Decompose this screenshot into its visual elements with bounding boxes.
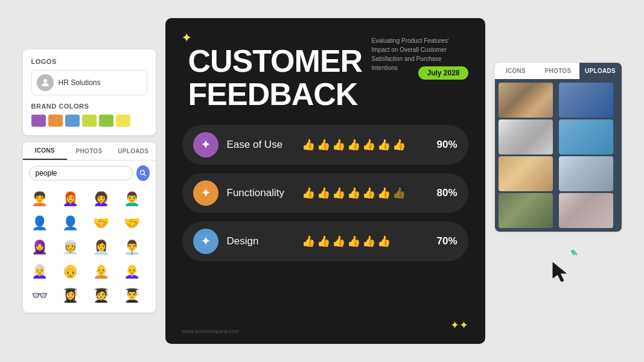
list-item[interactable]: 👓 bbox=[29, 285, 51, 306]
photos-tab-photos[interactable]: PHOTOS bbox=[537, 63, 579, 79]
list-item[interactable]: 👨‍🎓 bbox=[121, 285, 143, 306]
photo-cell[interactable] bbox=[499, 156, 553, 191]
list-item[interactable]: 👩‍🦳 bbox=[29, 261, 51, 282]
presentation-slide: ✦ Evaluating Product Features' Impact on… bbox=[165, 18, 485, 344]
list-item[interactable]: 🧑‍🦱 bbox=[29, 188, 51, 210]
brand-colors-label: BRAND COLORS bbox=[31, 103, 147, 110]
photos-card: ICONS PHOTOS UPLOADS bbox=[495, 63, 622, 232]
company-name: HR Solutions bbox=[59, 78, 101, 87]
sparkle-bottom-icon: ✦✦ bbox=[450, 319, 468, 332]
svg-line-2 bbox=[144, 174, 145, 176]
photo-cell[interactable] bbox=[559, 156, 613, 191]
icon-grid: 🧑‍🦱 👩‍🦰 👩‍🦱 👨‍🦱 👤 👤 🤝 🤝 🧕 👳 👩‍💼 👨‍💼 👩‍🦳 … bbox=[23, 186, 156, 313]
list-item[interactable]: 🤝 bbox=[121, 212, 143, 234]
thumb-icon: 👍 bbox=[317, 186, 330, 200]
photo-cell[interactable] bbox=[559, 83, 613, 118]
search-input[interactable] bbox=[29, 166, 133, 180]
slide-title-line2: FEEDBACK bbox=[188, 78, 468, 111]
thumb-icon: 👍 bbox=[317, 235, 330, 248]
swatch-3[interactable] bbox=[65, 115, 80, 127]
thumb-icon: 👍 bbox=[302, 138, 315, 151]
thumb-icon: 👍 bbox=[347, 186, 360, 200]
thumb-icon: 👍 bbox=[347, 138, 360, 151]
swatch-4[interactable] bbox=[82, 115, 97, 127]
thumb-icon: 👍 bbox=[302, 186, 315, 200]
list-item[interactable]: 👤 bbox=[29, 212, 51, 234]
list-item[interactable]: 👳 bbox=[60, 237, 81, 258]
list-item[interactable]: 👴 bbox=[60, 261, 81, 282]
thumb-icon: 👍 bbox=[377, 235, 391, 248]
tab-icons[interactable]: ICONS bbox=[23, 142, 67, 160]
feedback-row-design: ✦ Design 👍 👍 👍 👍 👍 👍 70% bbox=[182, 221, 468, 261]
row-label-ease: Ease of Use bbox=[227, 139, 293, 151]
feedback-row-ease: ✦ Ease of Use 👍 👍 👍 👍 👍 👍 👍 90% bbox=[182, 125, 468, 165]
left-panel: LOGOS HR Solutions BRAND COLORS ICONS PH… bbox=[23, 49, 156, 313]
photo-cell[interactable] bbox=[499, 83, 553, 118]
thumb-icon: 👍 bbox=[332, 186, 345, 200]
svg-point-1 bbox=[140, 171, 144, 175]
thumbs-design: 👍 👍 👍 👍 👍 👍 bbox=[302, 235, 422, 248]
list-item[interactable]: 🤝 bbox=[91, 212, 112, 234]
cursor-sparkle-icon bbox=[560, 250, 578, 270]
tab-uploads[interactable]: UPLOADS bbox=[111, 142, 155, 160]
list-item[interactable]: 👩‍🦲 bbox=[121, 261, 143, 282]
list-item[interactable]: 👩‍💼 bbox=[91, 237, 112, 258]
swatch-2[interactable] bbox=[48, 115, 63, 127]
row-label-design: Design bbox=[227, 235, 293, 247]
thumb-icon: 👍 bbox=[392, 138, 406, 151]
thumb-icon: 👍 bbox=[392, 186, 406, 200]
list-item[interactable]: 👩‍🦰 bbox=[60, 188, 81, 210]
photo-cell[interactable] bbox=[499, 119, 553, 154]
row-pct-design: 70% bbox=[431, 235, 457, 247]
thumbs-ease: 👍 👍 👍 👍 👍 👍 👍 bbox=[302, 138, 422, 151]
list-item[interactable]: 👩‍🎓 bbox=[60, 285, 81, 306]
logos-label: LOGOS bbox=[31, 58, 147, 65]
search-row bbox=[23, 160, 156, 186]
row-icon-design: ✦ bbox=[193, 229, 218, 254]
thumb-icon: 👍 bbox=[377, 138, 391, 151]
row-pct-functionality: 80% bbox=[431, 187, 457, 199]
slide-footer: www.yourcompany.com bbox=[182, 328, 239, 334]
thumb-icon: 👍 bbox=[332, 235, 345, 248]
photos-tab-uploads[interactable]: UPLOADS bbox=[579, 63, 622, 79]
list-item[interactable]: 🧑‍🎓 bbox=[91, 285, 112, 306]
date-badge: July 2028 bbox=[418, 66, 468, 80]
icons-card: ICONS PHOTOS UPLOADS 🧑‍🦱 👩‍🦰 👩‍🦱 👨‍🦱 👤 👤… bbox=[23, 142, 156, 313]
brand-card: LOGOS HR Solutions BRAND COLORS bbox=[23, 49, 156, 135]
swatch-6[interactable] bbox=[116, 115, 130, 127]
logo-avatar bbox=[37, 74, 54, 91]
photo-cell[interactable] bbox=[499, 193, 553, 228]
photos-grid bbox=[495, 79, 622, 232]
photos-tabs: ICONS PHOTOS UPLOADS bbox=[495, 63, 622, 79]
feedback-row-functionality: ✦ Functionality 👍 👍 👍 👍 👍 👍 👍 80% bbox=[182, 173, 468, 213]
thumb-icon: 👍 bbox=[317, 138, 330, 151]
photo-cell[interactable] bbox=[559, 193, 613, 228]
thumb-icon: 👍 bbox=[362, 235, 375, 248]
tab-photos[interactable]: PHOTOS bbox=[67, 142, 111, 160]
list-item[interactable]: 🧕 bbox=[29, 237, 51, 258]
row-pct-ease: 90% bbox=[431, 139, 457, 151]
thumb-icon: 👍 bbox=[362, 138, 375, 151]
icons-tabs: ICONS PHOTOS UPLOADS bbox=[23, 142, 156, 160]
thumb-icon: 👍 bbox=[377, 186, 391, 200]
list-item[interactable]: 👤 bbox=[60, 212, 81, 234]
cursor-area bbox=[495, 239, 622, 299]
photos-tab-icons[interactable]: ICONS bbox=[495, 63, 537, 79]
thumb-icon: 👍 bbox=[302, 235, 315, 248]
photo-cell[interactable] bbox=[559, 119, 613, 154]
list-item[interactable]: 🧑‍🦲 bbox=[91, 261, 112, 282]
right-panel: ICONS PHOTOS UPLOADS bbox=[495, 63, 622, 299]
thumb-icon: 👍 bbox=[332, 138, 345, 151]
thumb-icon: 👍 bbox=[347, 235, 360, 248]
row-icon-functionality: ✦ bbox=[193, 180, 218, 206]
row-label-functionality: Functionality bbox=[227, 187, 293, 199]
search-button[interactable] bbox=[136, 165, 150, 181]
list-item[interactable]: 👨‍💼 bbox=[121, 237, 143, 258]
list-item[interactable]: 👩‍🦱 bbox=[91, 188, 112, 210]
thumbs-functionality: 👍 👍 👍 👍 👍 👍 👍 bbox=[302, 186, 422, 200]
list-item[interactable]: 👨‍🦱 bbox=[121, 188, 143, 210]
swatch-1[interactable] bbox=[31, 115, 46, 127]
color-swatches bbox=[31, 115, 147, 127]
svg-point-0 bbox=[43, 79, 47, 83]
swatch-5[interactable] bbox=[99, 115, 113, 127]
